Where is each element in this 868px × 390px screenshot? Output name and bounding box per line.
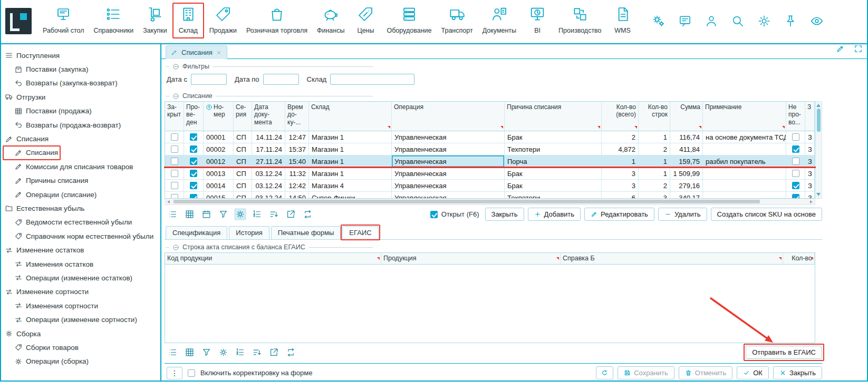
sidebar-item-postavki-zakupka[interactable]: Поставки (закупка) (0, 62, 160, 76)
cell-number[interactable]: 00012 (204, 155, 234, 167)
cell-reason[interactable]: Брак (505, 168, 602, 179)
adjustment-checkbox[interactable] (188, 369, 195, 377)
ribbon-item-warehouse[interactable]: Склад (172, 0, 205, 43)
create-sku-list-button[interactable]: Создать список SKU на основе (711, 208, 822, 221)
cell-z[interactable]: З (805, 180, 815, 191)
open-filter-checkbox[interactable] (430, 211, 438, 218)
cell-doc_time[interactable]: 15:37 (285, 143, 309, 155)
refresh-button[interactable] (596, 366, 613, 379)
cell-qty_total[interactable]: 4,872 (602, 143, 639, 155)
cell-warehouse[interactable]: Магазин 4 (309, 180, 392, 191)
cell-qty_lines[interactable]: 1 (639, 168, 670, 179)
cell-qty_total[interactable]: 1 (602, 155, 639, 167)
egais-column-header-product_code[interactable]: Код продукции (165, 253, 381, 264)
column-header-operation[interactable]: Операция (392, 102, 505, 131)
save-button[interactable]: Сохранить (618, 366, 674, 379)
toolbar-calendar-icon[interactable] (200, 208, 213, 220)
edit-form-icon[interactable] (836, 44, 845, 55)
tab-close-icon[interactable] (216, 50, 221, 55)
sidebar-item-spravochnik-norm[interactable]: Справочник норм естественной убыли (0, 229, 160, 243)
cell-warehouse[interactable]: Магазин 1 (309, 131, 392, 143)
ribbon-item-equipment[interactable]: Оборудование (382, 0, 436, 43)
cell-posted[interactable] (184, 180, 204, 191)
cell-note[interactable] (703, 143, 786, 155)
sidebar-item-vedomosti-ubyli[interactable]: Ведомости естественной убыли (0, 216, 160, 229)
not_posted-checkbox[interactable] (792, 133, 799, 141)
close-button[interactable]: Закрыть (773, 366, 822, 379)
posted-checkbox[interactable] (190, 170, 197, 177)
cell-series[interactable]: СП (234, 192, 252, 198)
target-icon[interactable] (757, 14, 771, 30)
column-header-qty_lines[interactable]: Кол-во строк (639, 102, 670, 131)
cell-qty_total[interactable]: 3 (602, 168, 639, 179)
scroll-down-icon[interactable] (816, 193, 821, 196)
cell-operation[interactable]: Управленческая (392, 155, 505, 167)
ribbon-item-purchases[interactable]: Закупки (138, 0, 172, 43)
toolbar-grid-icon[interactable] (184, 346, 196, 358)
sidebar-item-izmeneniya-ostatkov[interactable]: Изменения остатков (0, 257, 160, 271)
not_posted-checkbox[interactable] (792, 194, 799, 198)
cell-z[interactable]: З (805, 168, 815, 179)
cell-z[interactable]: З (805, 192, 815, 198)
column-header-not_posted[interactable]: Не про-во... (786, 102, 805, 131)
cell-closed[interactable] (165, 192, 184, 198)
sidebar-item-operacii-sortnost[interactable]: Операции (изменение сортности) (0, 313, 160, 326)
cell-doc_date[interactable]: 03.12.24 (252, 192, 285, 198)
date-from-input[interactable] (191, 74, 227, 85)
sidebar-item-postavki-prodazha[interactable]: Поставки (продажа) (0, 104, 160, 118)
toolbar-sort-icon[interactable] (268, 208, 280, 220)
toolbar-sort-icon[interactable] (251, 346, 263, 358)
sidebar-item-izmeneniya-sortnosti[interactable]: Изменения сортности (0, 299, 160, 313)
search-icon[interactable] (731, 14, 745, 30)
cell-sum[interactable]: 411,84 (670, 143, 703, 155)
collapse-egais-icon[interactable] (172, 244, 179, 251)
sidebar-item-postupleniya[interactable]: Поступления (0, 48, 160, 62)
cell-doc_date[interactable]: 14.11.24 (252, 131, 285, 143)
sidebar-item-izmenenie-sortnosti[interactable]: Изменение сортности (0, 285, 160, 299)
cell-doc_time[interactable]: 12:42 (285, 180, 309, 191)
cell-doc_time[interactable]: 11:32 (285, 168, 309, 179)
visibility-icon[interactable] (810, 14, 824, 30)
sidebar-item-otgruzki[interactable]: Отгрузки (0, 90, 160, 104)
cell-closed[interactable] (165, 155, 184, 167)
cell-posted[interactable] (184, 192, 204, 198)
scroll-up-icon[interactable] (816, 104, 821, 107)
column-header-doc_date[interactable]: Дата доку-мента (252, 102, 285, 131)
cell-not_posted[interactable] (786, 131, 805, 143)
cell-z[interactable]: З (805, 155, 815, 167)
fullscreen-icon[interactable] (854, 44, 863, 55)
egais-column-header-certificate_b[interactable]: Справка Б (561, 253, 783, 264)
posted-checkbox[interactable] (190, 133, 197, 141)
cell-sum[interactable]: 116,74 (670, 131, 703, 143)
collapse-filters-icon[interactable] (172, 63, 179, 70)
hscroll-thumb[interactable] (173, 200, 760, 203)
column-header-z[interactable]: З (805, 102, 815, 131)
ribbon-item-production[interactable]: Производство (554, 0, 606, 43)
edit-button[interactable]: Редактировать (584, 208, 654, 221)
toolbar-gear-icon[interactable] (234, 208, 246, 220)
cell-posted[interactable] (184, 168, 204, 179)
cell-reason[interactable]: Брак (505, 131, 602, 143)
posted-checkbox[interactable] (190, 194, 197, 198)
table-row-00001[interactable]: 00001СП14.11.2412:47Магазин 1Управленчес… (165, 131, 815, 143)
cell-qty_total[interactable]: 6 (602, 192, 639, 198)
sidebar-item-sborki-tovarov[interactable]: Сборки товаров (0, 340, 160, 354)
toolbar-list-icon[interactable] (167, 208, 179, 220)
cell-series[interactable]: СП (234, 143, 252, 155)
cell-sum[interactable]: 159,75 (670, 155, 703, 167)
column-header-sum[interactable]: Сумма (670, 102, 703, 131)
cancel-button[interactable]: Отменить (679, 366, 732, 379)
cell-warehouse[interactable]: Магазин 1 (309, 155, 392, 167)
cell-not_posted[interactable] (786, 155, 805, 167)
closed-checkbox[interactable] (171, 170, 178, 177)
column-header-series[interactable]: Се-рия (234, 102, 252, 131)
cell-note[interactable]: разбил покупатель (703, 155, 786, 167)
cell-operation[interactable]: Управленческая (392, 192, 505, 198)
cell-qty_lines[interactable]: 2 (639, 143, 670, 155)
closed-checkbox[interactable] (171, 194, 178, 198)
ribbon-item-wms[interactable]: WMS (606, 0, 639, 43)
cell-note[interactable] (703, 192, 786, 198)
sidebar-item-izmenenie-ostatkov[interactable]: Изменение остатков (0, 243, 160, 257)
ribbon-item-bi[interactable]: BI (521, 0, 554, 43)
detail-tab-history[interactable]: История (229, 226, 269, 239)
